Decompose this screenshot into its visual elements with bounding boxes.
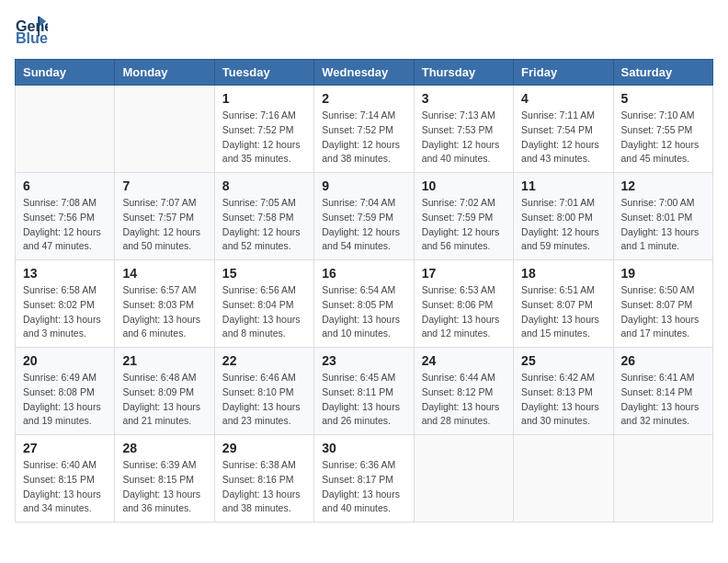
day-info: Sunrise: 7:01 AMSunset: 8:00 PMDaylight:… bbox=[521, 196, 605, 254]
day-number: 16 bbox=[322, 266, 405, 281]
calendar-cell: 2Sunrise: 7:14 AMSunset: 7:52 PMDaylight… bbox=[314, 86, 414, 173]
day-number: 15 bbox=[222, 266, 306, 281]
day-number: 27 bbox=[23, 441, 107, 455]
calendar-cell: 23Sunrise: 6:45 AMSunset: 8:11 PMDayligh… bbox=[314, 348, 414, 435]
calendar-cell bbox=[115, 86, 214, 173]
weekday-header-saturday: Saturday bbox=[613, 60, 712, 86]
day-info: Sunrise: 6:42 AMSunset: 8:13 PMDaylight:… bbox=[521, 371, 605, 429]
day-number: 8 bbox=[222, 178, 306, 193]
day-number: 4 bbox=[521, 91, 605, 106]
day-number: 3 bbox=[422, 91, 506, 106]
day-info: Sunrise: 6:49 AMSunset: 8:08 PMDaylight:… bbox=[23, 371, 107, 429]
day-info: Sunrise: 7:10 AMSunset: 7:55 PMDaylight:… bbox=[621, 109, 705, 167]
day-number: 28 bbox=[122, 441, 206, 455]
day-number: 12 bbox=[621, 178, 705, 193]
calendar-cell: 29Sunrise: 6:38 AMSunset: 8:16 PMDayligh… bbox=[214, 435, 313, 523]
calendar-week-3: 13Sunrise: 6:58 AMSunset: 8:02 PMDayligh… bbox=[16, 260, 713, 348]
calendar-cell bbox=[414, 435, 513, 523]
calendar-cell bbox=[514, 435, 613, 523]
day-info: Sunrise: 7:13 AMSunset: 7:53 PMDaylight:… bbox=[422, 109, 506, 167]
day-number: 30 bbox=[322, 441, 405, 455]
calendar-cell: 28Sunrise: 6:39 AMSunset: 8:15 PMDayligh… bbox=[115, 435, 214, 523]
weekday-header-row: SundayMondayTuesdayWednesdayThursdayFrid… bbox=[16, 60, 713, 86]
calendar-week-4: 20Sunrise: 6:49 AMSunset: 8:08 PMDayligh… bbox=[16, 348, 713, 435]
day-number: 6 bbox=[23, 178, 107, 193]
day-number: 13 bbox=[23, 266, 107, 281]
calendar-cell: 30Sunrise: 6:36 AMSunset: 8:17 PMDayligh… bbox=[314, 435, 414, 523]
day-info: Sunrise: 6:40 AMSunset: 8:15 PMDaylight:… bbox=[23, 458, 107, 516]
day-number: 10 bbox=[422, 178, 506, 193]
calendar-cell: 4Sunrise: 7:11 AMSunset: 7:54 PMDaylight… bbox=[514, 86, 613, 173]
calendar-table: SundayMondayTuesdayWednesdayThursdayFrid… bbox=[15, 59, 713, 523]
weekday-header-monday: Monday bbox=[115, 60, 214, 86]
day-number: 18 bbox=[521, 266, 605, 281]
svg-rect-3 bbox=[38, 17, 40, 37]
calendar-cell bbox=[613, 435, 712, 523]
day-info: Sunrise: 6:36 AMSunset: 8:17 PMDaylight:… bbox=[322, 458, 405, 516]
calendar-cell: 25Sunrise: 6:42 AMSunset: 8:13 PMDayligh… bbox=[514, 348, 613, 435]
calendar-cell: 11Sunrise: 7:01 AMSunset: 8:00 PMDayligh… bbox=[514, 173, 613, 260]
day-number: 19 bbox=[621, 266, 705, 281]
calendar-cell: 18Sunrise: 6:51 AMSunset: 8:07 PMDayligh… bbox=[514, 260, 613, 348]
calendar-cell: 15Sunrise: 6:56 AMSunset: 8:04 PMDayligh… bbox=[214, 260, 313, 348]
calendar-cell: 6Sunrise: 7:08 AMSunset: 7:56 PMDaylight… bbox=[16, 173, 115, 260]
logo: General Blue bbox=[15, 15, 48, 48]
day-info: Sunrise: 6:56 AMSunset: 8:04 PMDaylight:… bbox=[222, 283, 306, 341]
calendar-cell: 17Sunrise: 6:53 AMSunset: 8:06 PMDayligh… bbox=[414, 260, 513, 348]
day-info: Sunrise: 7:00 AMSunset: 8:01 PMDaylight:… bbox=[621, 196, 705, 254]
day-number: 7 bbox=[122, 178, 206, 193]
day-info: Sunrise: 6:51 AMSunset: 8:07 PMDaylight:… bbox=[521, 283, 605, 341]
calendar-cell: 27Sunrise: 6:40 AMSunset: 8:15 PMDayligh… bbox=[16, 435, 115, 523]
day-number: 23 bbox=[322, 353, 405, 368]
day-info: Sunrise: 7:08 AMSunset: 7:56 PMDaylight:… bbox=[23, 196, 107, 254]
day-number: 21 bbox=[122, 353, 206, 368]
calendar-cell: 9Sunrise: 7:04 AMSunset: 7:59 PMDaylight… bbox=[314, 173, 414, 260]
calendar-cell: 7Sunrise: 7:07 AMSunset: 7:57 PMDaylight… bbox=[115, 173, 214, 260]
weekday-header-tuesday: Tuesday bbox=[214, 60, 313, 86]
day-number: 24 bbox=[422, 353, 506, 368]
day-info: Sunrise: 7:05 AMSunset: 7:58 PMDaylight:… bbox=[222, 196, 306, 254]
day-info: Sunrise: 7:04 AMSunset: 7:59 PMDaylight:… bbox=[322, 196, 405, 254]
day-number: 17 bbox=[422, 266, 506, 281]
day-info: Sunrise: 6:44 AMSunset: 8:12 PMDaylight:… bbox=[422, 371, 506, 429]
day-info: Sunrise: 6:58 AMSunset: 8:02 PMDaylight:… bbox=[23, 283, 107, 341]
day-info: Sunrise: 6:45 AMSunset: 8:11 PMDaylight:… bbox=[322, 371, 405, 429]
day-number: 9 bbox=[322, 178, 405, 193]
day-info: Sunrise: 6:53 AMSunset: 8:06 PMDaylight:… bbox=[422, 283, 506, 341]
day-number: 2 bbox=[322, 91, 405, 106]
day-number: 25 bbox=[521, 353, 605, 368]
calendar-cell: 21Sunrise: 6:48 AMSunset: 8:09 PMDayligh… bbox=[115, 348, 214, 435]
calendar-cell: 16Sunrise: 6:54 AMSunset: 8:05 PMDayligh… bbox=[314, 260, 414, 348]
svg-text:Blue: Blue bbox=[16, 29, 48, 46]
day-info: Sunrise: 6:50 AMSunset: 8:07 PMDaylight:… bbox=[621, 283, 705, 341]
day-info: Sunrise: 7:14 AMSunset: 7:52 PMDaylight:… bbox=[322, 109, 405, 167]
calendar-cell: 12Sunrise: 7:00 AMSunset: 8:01 PMDayligh… bbox=[613, 173, 712, 260]
day-number: 11 bbox=[521, 178, 605, 193]
weekday-header-friday: Friday bbox=[514, 60, 613, 86]
day-info: Sunrise: 7:11 AMSunset: 7:54 PMDaylight:… bbox=[521, 109, 605, 167]
calendar-cell: 19Sunrise: 6:50 AMSunset: 8:07 PMDayligh… bbox=[613, 260, 712, 348]
calendar-week-5: 27Sunrise: 6:40 AMSunset: 8:15 PMDayligh… bbox=[16, 435, 713, 523]
day-number: 14 bbox=[122, 266, 206, 281]
day-info: Sunrise: 6:57 AMSunset: 8:03 PMDaylight:… bbox=[122, 283, 206, 341]
calendar-cell bbox=[16, 86, 115, 173]
weekday-header-wednesday: Wednesday bbox=[314, 60, 414, 86]
day-number: 20 bbox=[23, 353, 107, 368]
weekday-header-thursday: Thursday bbox=[414, 60, 513, 86]
page-header: General Blue bbox=[15, 15, 713, 48]
calendar-cell: 22Sunrise: 6:46 AMSunset: 8:10 PMDayligh… bbox=[214, 348, 313, 435]
calendar-cell: 14Sunrise: 6:57 AMSunset: 8:03 PMDayligh… bbox=[115, 260, 214, 348]
calendar-cell: 10Sunrise: 7:02 AMSunset: 7:59 PMDayligh… bbox=[414, 173, 513, 260]
calendar-cell: 3Sunrise: 7:13 AMSunset: 7:53 PMDaylight… bbox=[414, 86, 513, 173]
day-info: Sunrise: 6:38 AMSunset: 8:16 PMDaylight:… bbox=[222, 458, 306, 516]
day-number: 5 bbox=[621, 91, 705, 106]
day-number: 26 bbox=[621, 353, 705, 368]
calendar-week-2: 6Sunrise: 7:08 AMSunset: 7:56 PMDaylight… bbox=[16, 173, 713, 260]
day-info: Sunrise: 6:39 AMSunset: 8:15 PMDaylight:… bbox=[122, 458, 206, 516]
day-info: Sunrise: 7:07 AMSunset: 7:57 PMDaylight:… bbox=[122, 196, 206, 254]
day-number: 1 bbox=[222, 91, 306, 106]
day-info: Sunrise: 6:54 AMSunset: 8:05 PMDaylight:… bbox=[322, 283, 405, 341]
calendar-cell: 24Sunrise: 6:44 AMSunset: 8:12 PMDayligh… bbox=[414, 348, 513, 435]
day-number: 29 bbox=[222, 441, 306, 455]
calendar-cell: 1Sunrise: 7:16 AMSunset: 7:52 PMDaylight… bbox=[214, 86, 313, 173]
